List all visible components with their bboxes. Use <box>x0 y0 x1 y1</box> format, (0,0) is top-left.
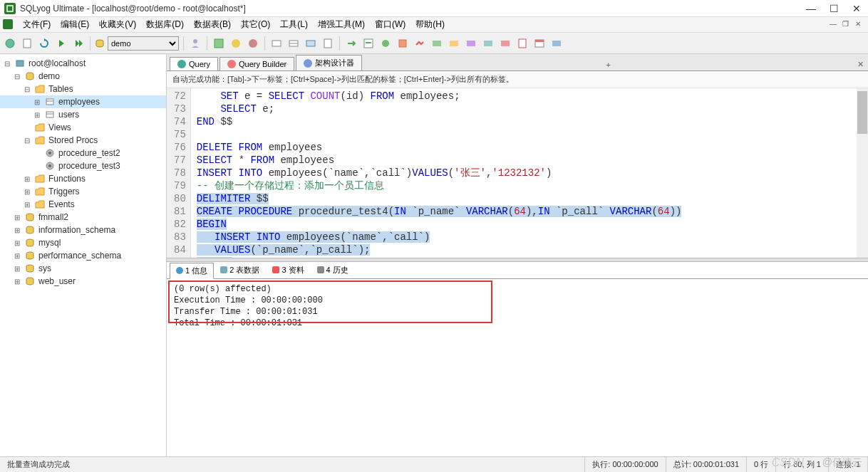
tree-db-mysql[interactable]: ⊞ mysql <box>0 236 166 249</box>
expand-icon[interactable]: ⊟ <box>3 60 11 68</box>
database-icon <box>95 38 105 48</box>
database-icon <box>24 70 36 82</box>
new-query-button[interactable] <box>20 36 34 51</box>
menu-window[interactable]: 窗口(W) <box>371 17 410 32</box>
svg-rect-1 <box>3 19 13 29</box>
database-icon <box>24 211 36 223</box>
tree-functions-folder[interactable]: ⊞ Functions <box>0 172 166 185</box>
menu-file[interactable]: 文件(F) <box>19 17 55 32</box>
tree-triggers-folder[interactable]: ⊞ Triggers <box>0 185 166 198</box>
database-selector[interactable]: demo <box>108 36 179 51</box>
close-tab-button[interactable]: ✕ <box>853 58 868 70</box>
result-tab-history[interactable]: 4 历史 <box>311 262 355 278</box>
expand-icon[interactable]: ⊞ <box>33 111 41 119</box>
tool-15[interactable] <box>464 36 478 51</box>
tree-tables-folder[interactable]: ⊟ Tables <box>0 83 166 95</box>
refresh-button[interactable] <box>37 36 51 51</box>
execute-all-button[interactable] <box>71 36 86 51</box>
tool-6[interactable] <box>304 36 318 51</box>
expand-icon[interactable]: ⊞ <box>13 265 21 273</box>
maximize-button[interactable]: ☐ <box>827 1 841 16</box>
svg-rect-23 <box>519 39 526 48</box>
tool-9[interactable] <box>361 36 376 51</box>
tree-db-demo[interactable]: ⊟ demo <box>0 70 166 83</box>
tree-db-fmmall2[interactable]: ⊞ fmmall2 <box>0 211 166 224</box>
new-tab-button[interactable]: + <box>601 59 614 70</box>
expand-icon[interactable]: ⊞ <box>13 226 21 234</box>
tool-11[interactable] <box>396 36 410 51</box>
expand-icon[interactable]: ⊟ <box>23 85 31 93</box>
code-content[interactable]: SET e = SELECT COUNT(id) FROM employees;… <box>191 88 868 258</box>
tool-17[interactable] <box>498 36 512 51</box>
expand-icon[interactable]: ⊟ <box>23 137 31 145</box>
object-browser[interactable]: ⊟ root@localhost ⊟ demo ⊟ Tables ⊞ emplo… <box>0 54 167 456</box>
expand-icon[interactable]: ⊞ <box>23 175 31 183</box>
result-pane[interactable]: (0 row(s) affected) Execution Time : 00:… <box>167 279 868 457</box>
tool-14[interactable] <box>447 36 461 51</box>
scroll-thumb[interactable] <box>857 91 867 134</box>
tree-proc-test3[interactable]: procedure_test3 <box>0 159 166 172</box>
tree-db-infoschema[interactable]: ⊞ information_schema <box>0 224 166 236</box>
tree-table-users[interactable]: ⊞ users <box>0 108 166 121</box>
expand-icon[interactable]: ⊟ <box>13 73 21 80</box>
tool-5[interactable] <box>286 36 301 51</box>
tool-13[interactable] <box>430 36 444 51</box>
mdi-restore-button[interactable]: ❐ <box>842 20 852 30</box>
menu-table[interactable]: 数据表(B) <box>190 17 235 32</box>
result-line: Execution Time : 00:00:00:000 <box>174 295 861 306</box>
svg-rect-18 <box>433 41 441 46</box>
tree-table-employees[interactable]: ⊞ employees <box>0 95 166 108</box>
menu-help[interactable]: 帮助(H) <box>411 17 449 32</box>
tool-10[interactable] <box>378 36 393 51</box>
tool-19[interactable] <box>532 36 547 51</box>
execute-button[interactable] <box>54 36 68 51</box>
minimize-button[interactable]: — <box>804 1 818 16</box>
expand-icon[interactable]: ⊞ <box>23 188 31 196</box>
tab-query[interactable]: Query <box>170 57 218 70</box>
tree-views-folder[interactable]: Views <box>0 121 166 134</box>
menu-database[interactable]: 数据库(D) <box>142 17 188 32</box>
menu-other[interactable]: 其它(O) <box>237 17 274 32</box>
new-connection-button[interactable] <box>3 36 17 51</box>
expand-icon[interactable]: ⊞ <box>23 201 31 209</box>
tree-db-sys[interactable]: ⊞ sys <box>0 262 166 275</box>
menu-tools[interactable]: 工具(L) <box>276 17 312 32</box>
user-button[interactable] <box>188 36 202 51</box>
tool-3[interactable] <box>246 36 260 51</box>
tool-16[interactable] <box>481 36 495 51</box>
result-tab-info3[interactable]: 3 资料 <box>266 262 310 278</box>
menu-favorites[interactable]: 收藏夹(V) <box>95 17 140 32</box>
tree-root[interactable]: ⊟ root@localhost <box>0 57 166 70</box>
expand-icon[interactable]: ⊞ <box>13 252 21 260</box>
result-tab-tabledata[interactable]: 2 表数据 <box>214 262 266 278</box>
expand-icon[interactable]: ⊞ <box>13 214 21 221</box>
expand-icon[interactable]: ⊞ <box>13 278 21 285</box>
tree-db-webuser[interactable]: ⊞ web_user <box>0 275 166 288</box>
expand-icon[interactable]: ⊞ <box>33 98 41 106</box>
tool-2[interactable] <box>229 36 243 51</box>
tool-1[interactable] <box>212 36 226 51</box>
expand-icon[interactable]: ⊞ <box>13 239 21 247</box>
tool-8[interactable] <box>344 36 358 51</box>
tab-query-builder[interactable]: Query Builder <box>219 57 294 70</box>
tool-4[interactable] <box>269 36 284 51</box>
tree-events-folder[interactable]: ⊞ Events <box>0 198 166 211</box>
tree-storedprocs-folder[interactable]: ⊟ Stored Procs <box>0 134 166 147</box>
tool-7[interactable] <box>321 36 335 51</box>
sql-editor[interactable]: 72737475767778798081828384858687 SET e =… <box>167 88 868 258</box>
menu-edit[interactable]: 编辑(E) <box>56 17 93 32</box>
result-tab-info[interactable]: 1 信息 <box>170 263 214 279</box>
tree-proc-test2[interactable]: procedure_test2 <box>0 147 166 159</box>
tab-schema-designer[interactable]: 架构设计器 <box>296 55 362 70</box>
folder-icon <box>34 122 46 133</box>
mdi-close-button[interactable]: ✕ <box>855 20 865 30</box>
tool-18[interactable] <box>515 36 529 51</box>
tool-12[interactable] <box>413 36 427 51</box>
tree-db-perfschema[interactable]: ⊞ performance_schema <box>0 249 166 262</box>
svg-rect-21 <box>484 41 492 46</box>
vertical-scrollbar[interactable] <box>857 88 868 258</box>
mdi-minimize-button[interactable]: — <box>830 20 839 30</box>
tool-20[interactable] <box>549 36 564 51</box>
menu-powertools[interactable]: 增强工具(M) <box>314 17 369 32</box>
close-button[interactable]: ✕ <box>849 1 864 16</box>
